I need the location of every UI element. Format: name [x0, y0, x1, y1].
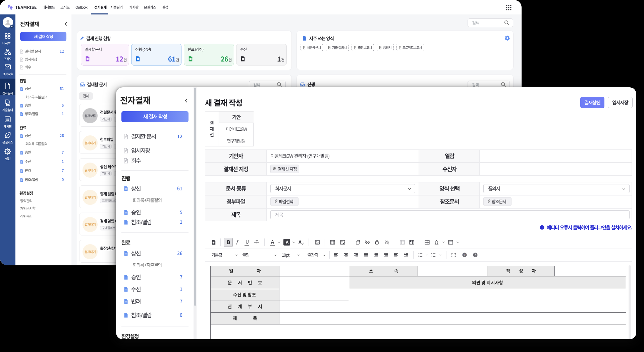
svg-text:?: ?	[464, 253, 465, 257]
